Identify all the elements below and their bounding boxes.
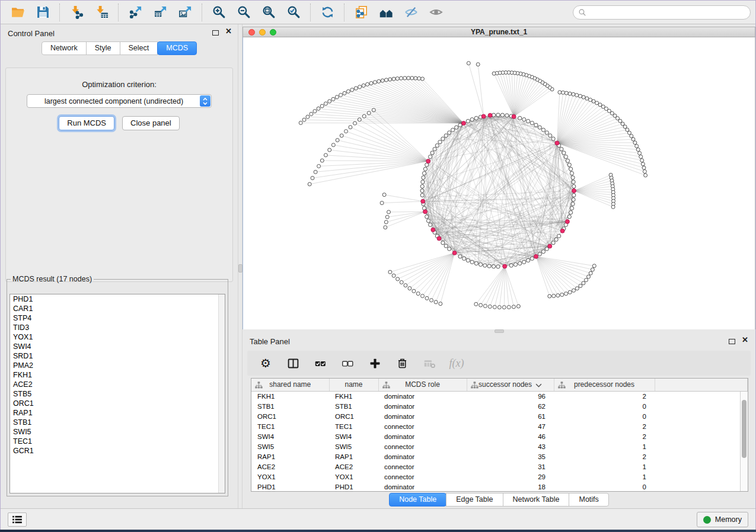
table-row[interactable]: SWI4SWI4dominator462 (251, 431, 748, 441)
satellite-node[interactable] (404, 284, 407, 287)
tab-motifs[interactable]: Motifs (569, 493, 608, 507)
splitter-grip[interactable] (238, 264, 243, 273)
satellite-node[interactable] (400, 76, 403, 80)
satellite-node[interactable] (410, 76, 414, 80)
ring-node[interactable] (530, 121, 534, 125)
table-scrollbar[interactable] (740, 392, 748, 491)
satellite-node[interactable] (328, 100, 331, 103)
satellite-node[interactable] (331, 143, 335, 147)
ring-node[interactable] (444, 244, 448, 248)
zoom-out-button[interactable] (233, 3, 254, 22)
satellite-node[interactable] (502, 306, 506, 309)
satellite-node[interactable] (591, 268, 594, 271)
satellite-node[interactable] (320, 159, 324, 162)
ring-node[interactable] (470, 260, 474, 264)
satellite-node[interactable] (412, 289, 416, 293)
cell-name[interactable]: YOX1 (329, 472, 378, 482)
satellite-node[interactable] (353, 121, 357, 125)
ring-node[interactable] (554, 238, 558, 241)
ring-node[interactable] (545, 131, 548, 134)
satellite-node[interactable] (306, 115, 310, 118)
satellite-node[interactable] (644, 174, 647, 177)
mcds-hub-node[interactable] (512, 114, 516, 118)
mcds-hub-node[interactable] (503, 264, 507, 268)
satellite-node[interactable] (587, 275, 591, 278)
satellite-node[interactable] (382, 193, 386, 197)
cell-successor-nodes[interactable]: 29 (467, 472, 554, 482)
ring-node[interactable] (420, 189, 424, 193)
ring-node[interactable] (530, 257, 534, 260)
satellite-node[interactable] (344, 130, 348, 133)
satellite-node[interactable] (497, 306, 501, 309)
satellite-node[interactable] (474, 302, 478, 306)
ring-node[interactable] (570, 206, 573, 210)
ring-node[interactable] (571, 176, 575, 180)
cell-predecessor-nodes[interactable]: 2 (554, 431, 655, 441)
satellite-node[interactable] (638, 152, 642, 155)
satellite-node[interactable] (400, 281, 403, 284)
satellite-node[interactable] (385, 215, 389, 219)
cell-successor-nodes[interactable]: 47 (467, 421, 554, 431)
satellite-node[interactable] (627, 131, 631, 134)
ring-node[interactable] (560, 148, 563, 151)
cell-MCDS-role[interactable]: connector (378, 421, 467, 431)
cell-shared-name[interactable]: SWI4 (251, 431, 329, 441)
cell-successor-nodes[interactable]: 96 (467, 391, 554, 401)
satellite-node[interactable] (585, 278, 588, 282)
satellite-node[interactable] (313, 110, 317, 113)
mcds-result-item[interactable]: TEC1 (10, 437, 225, 446)
satellite-node[interactable] (331, 97, 335, 101)
satellite-node[interactable] (579, 94, 582, 98)
satellite-node[interactable] (589, 271, 592, 275)
satellite-node[interactable] (392, 274, 395, 277)
satellite-node[interactable] (483, 305, 487, 308)
mcds-hub-node[interactable] (565, 220, 569, 224)
vertical-splitter[interactable] (238, 24, 243, 508)
ring-node[interactable] (470, 118, 474, 121)
ring-node[interactable] (500, 113, 504, 117)
table-row[interactable]: STB1STB1dominator620 (251, 401, 748, 411)
satellite-node[interactable] (380, 201, 384, 205)
ring-node[interactable] (541, 128, 545, 132)
satellite-node[interactable] (340, 134, 343, 137)
ring-node[interactable] (518, 262, 522, 265)
ring-node[interactable] (479, 262, 482, 266)
satellite-node[interactable] (575, 287, 579, 290)
table-row[interactable]: ORC1ORC1dominator610 (251, 411, 748, 421)
cell-name[interactable]: SWI4 (329, 431, 378, 441)
cell-MCDS-role[interactable]: dominator (378, 431, 467, 441)
export-table-button[interactable] (149, 3, 171, 22)
cell-MCDS-role[interactable]: dominator (378, 401, 467, 411)
ring-node[interactable] (458, 255, 462, 258)
show-tasks-button[interactable] (8, 512, 27, 527)
satellite-node[interactable] (388, 78, 392, 81)
satellite-node[interactable] (366, 82, 369, 86)
tab-network-table[interactable]: Network Table (503, 493, 570, 507)
table-row[interactable]: FKH1FKH1dominator962 (251, 391, 748, 401)
satellite-node[interactable] (396, 277, 400, 281)
ring-node[interactable] (448, 247, 451, 251)
ring-node[interactable] (455, 126, 458, 129)
ring-node[interactable] (425, 215, 429, 219)
ring-node[interactable] (466, 119, 470, 123)
ring-node[interactable] (569, 167, 573, 171)
ring-node[interactable] (448, 131, 451, 134)
satellite-node[interactable] (572, 289, 576, 292)
import-network-button[interactable] (66, 3, 87, 22)
mcds-result-item[interactable]: PMA2 (10, 361, 225, 370)
ring-node[interactable] (572, 198, 575, 201)
cell-successor-nodes[interactable]: 35 (467, 451, 554, 462)
mcds-result-item[interactable]: FKH1 (10, 370, 225, 380)
satellite-node[interactable] (310, 112, 313, 116)
ring-node[interactable] (527, 258, 530, 262)
ring-node[interactable] (567, 163, 571, 166)
table-row[interactable]: SWI5SWI5connector431 (251, 441, 748, 451)
zoom-selected-button[interactable] (283, 3, 304, 22)
ring-node[interactable] (522, 118, 526, 121)
ring-node[interactable] (430, 151, 434, 155)
ring-node[interactable] (527, 119, 530, 123)
cell-successor-nodes[interactable]: 62 (467, 401, 554, 411)
cell-predecessor-nodes[interactable]: 1 (554, 462, 655, 472)
cell-predecessor-nodes[interactable]: 0 (554, 482, 655, 492)
ring-node[interactable] (548, 134, 552, 137)
